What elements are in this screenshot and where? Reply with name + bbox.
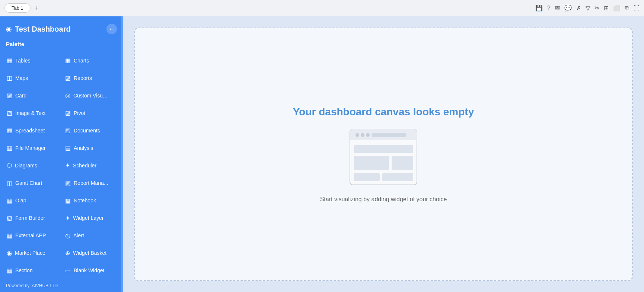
- sidebar-logo-icon: ◉: [6, 25, 12, 33]
- gantt-chart-label: Gantt Chart: [15, 180, 42, 186]
- tab-area: Tab 1 +: [4, 3, 41, 13]
- report-mana-label: Report Mana...: [74, 180, 108, 186]
- external-app-icon: ▦: [7, 232, 12, 239]
- pivot-label: Pivot: [74, 110, 85, 116]
- palette-item-pivot[interactable]: ▨ Pivot: [61, 104, 120, 122]
- filter-icon[interactable]: ▽: [586, 4, 590, 12]
- maps-icon: ◫: [7, 74, 12, 81]
- palette-item-reports[interactable]: ▨ Reports: [61, 69, 120, 87]
- documents-label: Documents: [74, 128, 100, 134]
- palette-item-scheduler[interactable]: ✦ Scheduler: [61, 157, 120, 174]
- market-place-label: Market Place: [15, 250, 45, 256]
- help-icon[interactable]: ?: [547, 5, 551, 12]
- chat-icon[interactable]: 💬: [564, 4, 572, 12]
- palette-item-custom-visu[interactable]: ◎ Custom Visu...: [61, 87, 120, 104]
- file-manager-icon: ▦: [7, 144, 12, 151]
- tables-label: Tables: [15, 58, 30, 64]
- sidebar-collapse-button[interactable]: ←: [106, 24, 117, 34]
- svg-rect-8: [354, 156, 389, 170]
- svg-rect-10: [354, 173, 380, 181]
- section-icon: ▦: [7, 267, 12, 274]
- palette-grid: ▦ Tables ▦ Charts ◫ Maps ▨ Reports ▨ Car…: [0, 52, 123, 279]
- grid-icon[interactable]: ⊞: [604, 4, 609, 12]
- palette-item-blank-widget[interactable]: ▭ Blank Widget: [61, 262, 120, 279]
- svg-rect-7: [354, 145, 413, 153]
- palette-item-section[interactable]: ▦ Section: [3, 262, 61, 279]
- expand-icon[interactable]: ⛶: [634, 5, 640, 12]
- cursor-icon[interactable]: ✗: [576, 4, 581, 12]
- form-builder-label: Form Builder: [15, 215, 45, 221]
- olap-label: Olap: [15, 198, 26, 203]
- palette-item-charts[interactable]: ▦ Charts: [61, 52, 120, 69]
- market-place-icon: ◉: [7, 250, 12, 257]
- notebook-label: Notebook: [74, 198, 96, 203]
- palette-item-diagrams[interactable]: ⬡ Diagrams: [3, 157, 61, 174]
- sidebar-resizer[interactable]: [121, 16, 123, 292]
- documents-icon: ▨: [65, 127, 71, 134]
- card-label: Card: [15, 93, 26, 99]
- charts-icon: ▦: [65, 57, 71, 64]
- spreadsheet-label: Spreadsheet: [15, 128, 45, 134]
- sidebar: ◉ Test Dashboard ← Palette ▦ Tables ▦ Ch…: [0, 16, 123, 292]
- palette-item-maps[interactable]: ◫ Maps: [3, 69, 61, 87]
- svg-point-3: [356, 133, 359, 137]
- palette-item-analysis[interactable]: ▤ Analysis: [61, 139, 120, 157]
- form-builder-icon: ▧: [7, 215, 12, 222]
- canvas-empty-subtitle: Start visualizing by adding widget of yo…: [320, 196, 447, 203]
- widget-basket-icon: ⊕: [65, 250, 70, 257]
- palette-item-notebook[interactable]: ▩ Notebook: [61, 192, 120, 209]
- maps-label: Maps: [15, 75, 28, 81]
- reports-icon: ▨: [65, 74, 71, 81]
- palette-item-card[interactable]: ▨ Card: [3, 87, 61, 104]
- palette-item-image-text[interactable]: ▧ Image & Text: [3, 104, 61, 122]
- mail-icon[interactable]: ✉: [555, 4, 560, 12]
- save-icon[interactable]: 💾: [535, 4, 543, 12]
- file-manager-label: File Manager: [15, 145, 46, 151]
- pivot-icon: ▨: [65, 109, 71, 116]
- palette-item-external-app[interactable]: ▦ External APP: [3, 227, 61, 244]
- palette-item-file-manager[interactable]: ▦ File Manager: [3, 139, 61, 157]
- empty-dashboard-illustration: [346, 125, 421, 189]
- tab-1[interactable]: Tab 1: [4, 3, 31, 13]
- sidebar-footer: Powered by: AIVHUB LTD: [0, 279, 123, 292]
- copy-icon[interactable]: ⧉: [625, 5, 629, 12]
- palette-item-tables[interactable]: ▦ Tables: [3, 52, 61, 69]
- gantt-chart-icon: ◫: [7, 180, 12, 187]
- palette-item-spreadsheet[interactable]: ▦ Spreadsheet: [3, 122, 61, 139]
- diagrams-label: Diagrams: [15, 163, 37, 169]
- palette-item-olap[interactable]: ▦ Olap: [3, 192, 61, 209]
- blank-widget-label: Blank Widget: [74, 267, 104, 273]
- scheduler-icon: ✦: [65, 162, 70, 169]
- analysis-label: Analysis: [74, 145, 93, 151]
- card-icon: ▨: [7, 92, 12, 99]
- palette-item-widget-basket[interactable]: ⊕ Widget Basket: [61, 244, 120, 262]
- palette-item-documents[interactable]: ▨ Documents: [61, 122, 120, 139]
- palette-item-market-place[interactable]: ◉ Market Place: [3, 244, 61, 262]
- spreadsheet-icon: ▦: [7, 127, 12, 134]
- image-text-icon: ▧: [7, 109, 12, 116]
- add-tab-button[interactable]: +: [33, 5, 41, 12]
- scissors-icon[interactable]: ✂: [594, 4, 599, 12]
- palette-item-alert[interactable]: ◷ Alert: [61, 227, 120, 244]
- palette-item-gantt-chart[interactable]: ◫ Gantt Chart: [3, 174, 61, 192]
- widget-layer-label: Widget Layer: [73, 215, 103, 221]
- main-layout: ◉ Test Dashboard ← Palette ▦ Tables ▦ Ch…: [0, 16, 644, 292]
- section-label: Section: [15, 267, 33, 273]
- svg-point-5: [366, 133, 370, 137]
- sidebar-title: Test Dashboard: [15, 25, 71, 33]
- custom-visu-icon: ◎: [65, 92, 70, 99]
- canvas-box: Your dashboard canvas looks empty: [134, 28, 633, 281]
- image-text-label: Image & Text: [15, 110, 45, 116]
- palette-item-form-builder[interactable]: ▧ Form Builder: [3, 209, 61, 227]
- analysis-icon: ▤: [65, 144, 71, 151]
- svg-rect-6: [372, 133, 406, 137]
- palette-item-report-mana[interactable]: ▨ Report Mana...: [61, 174, 120, 192]
- palette-item-widget-layer[interactable]: ✦ Widget Layer: [61, 209, 120, 227]
- svg-point-4: [361, 133, 364, 137]
- square-icon[interactable]: ⬜: [613, 4, 621, 12]
- external-app-label: External APP: [15, 232, 46, 238]
- reports-label: Reports: [74, 75, 92, 81]
- top-bar: Tab 1 + 💾 ? ✉ 💬 ✗ ▽ ✂ ⊞ ⬜ ⧉ ⛶: [0, 0, 644, 16]
- widget-basket-label: Widget Basket: [73, 250, 106, 256]
- alert-label: Alert: [73, 232, 84, 238]
